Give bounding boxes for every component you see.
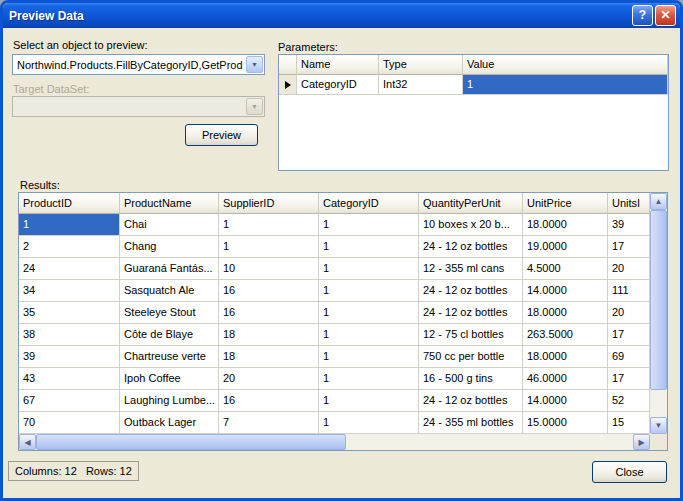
help-button[interactable]: ?: [632, 5, 653, 26]
cell[interactable]: 1: [319, 412, 419, 434]
close-button[interactable]: ✕: [655, 5, 676, 26]
horizontal-scrollbar[interactable]: ◀ ▶: [19, 434, 650, 450]
header-productid[interactable]: ProductID: [19, 193, 120, 214]
cell[interactable]: 70: [19, 412, 120, 434]
cell[interactable]: 19.0000: [523, 236, 608, 258]
header-categoryid[interactable]: CategoryID: [319, 193, 419, 214]
parameters-header-value[interactable]: Value: [463, 55, 668, 75]
parameter-value-cell[interactable]: 1: [463, 75, 668, 95]
cell[interactable]: Sasquatch Ale: [120, 280, 219, 302]
cell[interactable]: 20: [608, 258, 650, 280]
cell[interactable]: 24 - 12 oz bottles: [419, 302, 523, 324]
cell[interactable]: Chai: [120, 214, 219, 236]
cell[interactable]: 1: [319, 214, 419, 236]
cell[interactable]: 18.0000: [523, 302, 608, 324]
scroll-right-button[interactable]: ▶: [633, 434, 650, 450]
cell[interactable]: 24: [19, 258, 120, 280]
cell[interactable]: 38: [19, 324, 120, 346]
cell[interactable]: 69: [608, 346, 650, 368]
header-unitprice[interactable]: UnitPrice: [523, 193, 608, 214]
parameters-header-name[interactable]: Name: [297, 55, 379, 75]
cell[interactable]: 1: [219, 236, 319, 258]
cell[interactable]: 17: [608, 368, 650, 390]
header-supplierid[interactable]: SupplierID: [219, 193, 319, 214]
cell[interactable]: 1: [319, 302, 419, 324]
cell[interactable]: Chang: [120, 236, 219, 258]
cell[interactable]: 10: [219, 258, 319, 280]
horizontal-scroll-thumb[interactable]: [36, 434, 346, 450]
cell[interactable]: 34: [19, 280, 120, 302]
cell[interactable]: 15: [608, 412, 650, 434]
cell[interactable]: 17: [608, 236, 650, 258]
cell[interactable]: 1: [219, 214, 319, 236]
cell[interactable]: 52: [608, 390, 650, 412]
cell[interactable]: 1: [319, 236, 419, 258]
cell[interactable]: 1: [319, 280, 419, 302]
cell[interactable]: 1: [19, 214, 120, 236]
cell[interactable]: 17: [608, 324, 650, 346]
cell[interactable]: 39: [608, 214, 650, 236]
cell[interactable]: Ipoh Coffee: [120, 368, 219, 390]
scroll-up-button[interactable]: ▲: [650, 193, 667, 210]
cell[interactable]: Steeleye Stout: [120, 302, 219, 324]
cell[interactable]: 111: [608, 280, 650, 302]
cell[interactable]: 16 - 500 g tins: [419, 368, 523, 390]
header-quantityperunit[interactable]: QuantityPerUnit: [419, 193, 523, 214]
arrow-left-icon: ◀: [24, 438, 30, 447]
cell[interactable]: 43: [19, 368, 120, 390]
cell[interactable]: 24 - 355 ml bottles: [419, 412, 523, 434]
vertical-scroll-thumb[interactable]: [650, 210, 667, 390]
row-selector[interactable]: [279, 75, 297, 95]
cell[interactable]: 1: [319, 368, 419, 390]
cell[interactable]: 24 - 12 oz bottles: [419, 390, 523, 412]
cell[interactable]: 1: [319, 258, 419, 280]
scroll-down-button[interactable]: ▼: [650, 417, 667, 434]
preview-button[interactable]: Preview: [185, 124, 258, 146]
cell[interactable]: 18.0000: [523, 346, 608, 368]
cell[interactable]: 7: [219, 412, 319, 434]
cell[interactable]: 14.0000: [523, 390, 608, 412]
cell[interactable]: 39: [19, 346, 120, 368]
cell[interactable]: 16: [219, 390, 319, 412]
cell[interactable]: 67: [19, 390, 120, 412]
chevron-down-icon[interactable]: ▼: [246, 56, 263, 73]
cell[interactable]: 2: [19, 236, 120, 258]
cell[interactable]: 35: [19, 302, 120, 324]
cell[interactable]: 14.0000: [523, 280, 608, 302]
cell[interactable]: 10 boxes x 20 b...: [419, 214, 523, 236]
cell[interactable]: 18.0000: [523, 214, 608, 236]
cell[interactable]: 18: [219, 324, 319, 346]
close-dialog-button[interactable]: Close: [592, 461, 667, 483]
cell[interactable]: 12 - 75 cl bottles: [419, 324, 523, 346]
cell[interactable]: 1: [319, 324, 419, 346]
cell[interactable]: Guaraná Fantás...: [120, 258, 219, 280]
cell[interactable]: 46.0000: [523, 368, 608, 390]
cell[interactable]: 20: [219, 368, 319, 390]
header-unitsinstock[interactable]: UnitsI: [608, 193, 650, 214]
cell[interactable]: 12 - 355 ml cans: [419, 258, 523, 280]
cell[interactable]: 15.0000: [523, 412, 608, 434]
title-bar[interactable]: Preview Data ? ✕: [3, 3, 680, 28]
cell[interactable]: 4.5000: [523, 258, 608, 280]
cell[interactable]: 24 - 12 oz bottles: [419, 280, 523, 302]
scroll-left-button[interactable]: ◀: [19, 434, 36, 450]
header-productname[interactable]: ProductName: [120, 193, 219, 214]
parameter-type-cell[interactable]: Int32: [379, 75, 463, 95]
parameters-header-type[interactable]: Type: [379, 55, 463, 75]
cell[interactable]: 16: [219, 302, 319, 324]
cell[interactable]: 1: [319, 346, 419, 368]
cell[interactable]: 20: [608, 302, 650, 324]
object-preview-combobox[interactable]: Northwind.Products.FillByCategoryID,GetP…: [12, 54, 265, 75]
cell[interactable]: 750 cc per bottle: [419, 346, 523, 368]
cell[interactable]: Côte de Blaye: [120, 324, 219, 346]
cell[interactable]: Chartreuse verte: [120, 346, 219, 368]
cell[interactable]: 18: [219, 346, 319, 368]
cell[interactable]: 16: [219, 280, 319, 302]
cell[interactable]: 263.5000: [523, 324, 608, 346]
cell[interactable]: 1: [319, 390, 419, 412]
vertical-scrollbar[interactable]: ▲ ▼: [650, 193, 667, 434]
cell[interactable]: Laughing Lumbe...: [120, 390, 219, 412]
cell[interactable]: 24 - 12 oz bottles: [419, 236, 523, 258]
cell[interactable]: Outback Lager: [120, 412, 219, 434]
parameter-name-cell[interactable]: CategoryID: [297, 75, 379, 95]
